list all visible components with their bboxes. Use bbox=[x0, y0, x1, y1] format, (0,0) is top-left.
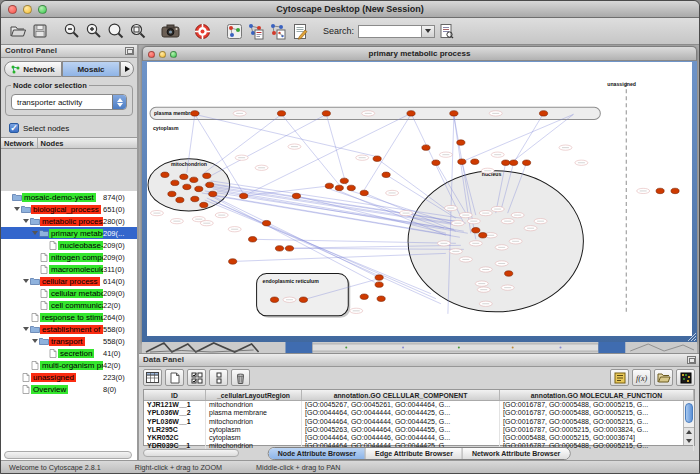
select-all-button[interactable] bbox=[143, 369, 162, 386]
network-node[interactable] bbox=[523, 160, 531, 165]
network-node[interactable] bbox=[471, 159, 479, 164]
tab-overflow-button[interactable] bbox=[120, 61, 134, 77]
network-node[interactable] bbox=[206, 182, 214, 187]
network-edit-button[interactable] bbox=[267, 20, 289, 42]
attribute-matrix-button[interactable] bbox=[676, 369, 695, 386]
tree-row[interactable]: metabolic process280(0) bbox=[1, 215, 137, 227]
tree-header-network[interactable]: Network bbox=[1, 138, 38, 148]
network-node[interactable] bbox=[422, 145, 430, 150]
tree-row[interactable]: primary metabo209(... bbox=[1, 227, 137, 239]
table-vscrollbar[interactable] bbox=[683, 401, 694, 445]
scroll-up-icon[interactable] bbox=[686, 430, 692, 434]
column-header-cellular-component[interactable]: annotation.GO CELLULAR_COMPONENT bbox=[302, 390, 500, 400]
expand-triangle-icon[interactable] bbox=[13, 207, 20, 211]
expand-triangle-icon[interactable] bbox=[22, 279, 29, 283]
network-node[interactable] bbox=[262, 220, 270, 225]
tree-row[interactable]: cell communicat22(0) bbox=[1, 299, 137, 311]
tree-row[interactable]: macromolecule311(0) bbox=[1, 263, 137, 275]
tree-row[interactable]: nitrogen compo209(0) bbox=[1, 251, 137, 263]
search-input[interactable] bbox=[358, 25, 422, 38]
attribute-list-button[interactable] bbox=[610, 369, 629, 386]
network-node[interactable] bbox=[377, 296, 385, 301]
network-node[interactable] bbox=[292, 193, 300, 198]
tree-row[interactable]: multi-organism pro42(0) bbox=[1, 359, 137, 371]
network-node[interactable] bbox=[277, 111, 285, 116]
expand-triangle-icon[interactable] bbox=[22, 219, 29, 223]
table-row[interactable]: YPL036W__1mitochondrion[GO:0044464, GO:0… bbox=[144, 418, 694, 426]
node-color-dropdown[interactable]: transporter activity bbox=[11, 94, 127, 110]
tree-row[interactable]: mosaic-demo-yeast874(0) bbox=[1, 191, 137, 203]
network-node[interactable] bbox=[200, 202, 208, 207]
save-button[interactable] bbox=[29, 20, 51, 42]
network-node[interactable] bbox=[458, 159, 466, 164]
network-node[interactable] bbox=[171, 180, 179, 185]
network-node[interactable] bbox=[502, 160, 510, 165]
tab-edge-attribute-browser[interactable]: Edge Attribute Browser bbox=[366, 448, 463, 459]
network-node[interactable] bbox=[176, 197, 184, 202]
tree-row[interactable]: establishment of lo558(0) bbox=[1, 323, 137, 335]
network-node[interactable] bbox=[373, 156, 381, 161]
resize-grip-icon[interactable] bbox=[688, 333, 696, 341]
tab-mosaic[interactable]: Mosaic bbox=[62, 61, 120, 77]
tree-row[interactable]: Overview8(0) bbox=[1, 383, 137, 395]
network-node[interactable] bbox=[190, 177, 198, 182]
column-header-id[interactable]: ID bbox=[144, 390, 206, 400]
network-overlay-button[interactable] bbox=[245, 20, 267, 42]
vizmapper-button[interactable] bbox=[223, 20, 245, 42]
network-node[interactable] bbox=[375, 282, 383, 287]
control-panel-hscrollbar[interactable] bbox=[4, 451, 132, 459]
network-node[interactable] bbox=[347, 185, 355, 190]
network-node[interactable] bbox=[671, 188, 679, 193]
tree-row[interactable]: secretion41(0) bbox=[1, 347, 137, 359]
help-button[interactable] bbox=[191, 20, 213, 42]
network-node[interactable] bbox=[510, 160, 518, 165]
new-attribute-button[interactable] bbox=[165, 369, 184, 386]
tree-row[interactable]: biological_process651(0) bbox=[1, 203, 137, 215]
table-hscrollbar[interactable] bbox=[143, 449, 239, 457]
network-node[interactable] bbox=[240, 193, 248, 198]
tab-network[interactable]: Network bbox=[4, 61, 62, 77]
table-row[interactable]: YPL036W__2plasma membrane[GO:0044464, GO… bbox=[144, 409, 694, 417]
zoom-fit-button[interactable] bbox=[127, 20, 149, 42]
network-node[interactable] bbox=[191, 111, 199, 116]
network-window-titlebar[interactable]: primary metabolic process bbox=[142, 46, 697, 61]
delete-attribute-button[interactable] bbox=[231, 369, 250, 386]
tree-row[interactable]: nucleobase-209(0) bbox=[1, 239, 137, 251]
select-nodes-checkbox[interactable]: ✓ bbox=[9, 123, 19, 133]
network-node[interactable] bbox=[360, 190, 368, 195]
network-node[interactable] bbox=[450, 111, 458, 116]
network-node[interactable] bbox=[249, 237, 257, 242]
network-node[interactable] bbox=[285, 246, 293, 251]
expand-triangle-icon[interactable] bbox=[22, 327, 29, 331]
search-dropdown-button[interactable] bbox=[422, 25, 435, 38]
column-header-region[interactable]: _cellularLayoutRegion bbox=[206, 390, 302, 400]
network-node[interactable] bbox=[472, 228, 480, 233]
expand-triangle-icon[interactable] bbox=[31, 231, 38, 235]
tree-row[interactable]: cellular process614(0) bbox=[1, 275, 137, 287]
network-node[interactable] bbox=[322, 111, 330, 116]
network-node[interactable] bbox=[432, 160, 440, 165]
vscrollbar-thumb[interactable] bbox=[685, 403, 693, 423]
float-data-panel-icon[interactable] bbox=[687, 356, 696, 364]
tree-row[interactable]: response to stimulu264(0) bbox=[1, 311, 137, 323]
network-node[interactable] bbox=[656, 188, 664, 193]
tree-row[interactable]: unassigned223(0) bbox=[1, 371, 137, 383]
scroll-down-icon[interactable] bbox=[686, 439, 692, 443]
network-node[interactable] bbox=[457, 140, 465, 145]
zoom-in-button[interactable] bbox=[83, 20, 105, 42]
network-node[interactable] bbox=[209, 191, 217, 196]
network-node[interactable] bbox=[479, 233, 487, 238]
network-node[interactable] bbox=[340, 178, 348, 183]
network-node[interactable] bbox=[183, 184, 191, 189]
table-row[interactable]: YKR052Ccytoplasm[GO:0044464, GO:0044446,… bbox=[144, 434, 694, 442]
expand-triangle-icon[interactable] bbox=[31, 339, 38, 343]
network-canvas[interactable]: plasma membranecytoplasmmitochondrionnuc… bbox=[147, 62, 692, 336]
import-attributes-button[interactable] bbox=[654, 369, 673, 386]
tree-row[interactable]: cellular metabo209(0) bbox=[1, 287, 137, 299]
network-node[interactable] bbox=[203, 173, 211, 178]
float-panel-icon[interactable] bbox=[125, 47, 134, 55]
network-node[interactable] bbox=[505, 271, 513, 276]
window-titlebar[interactable]: Cytoscape Desktop (New Session) bbox=[1, 1, 699, 18]
tree-row[interactable]: transport558(0) bbox=[1, 335, 137, 347]
table-row[interactable]: YJR121W__1mitochondrion[GO:0045267, GO:0… bbox=[144, 401, 694, 409]
